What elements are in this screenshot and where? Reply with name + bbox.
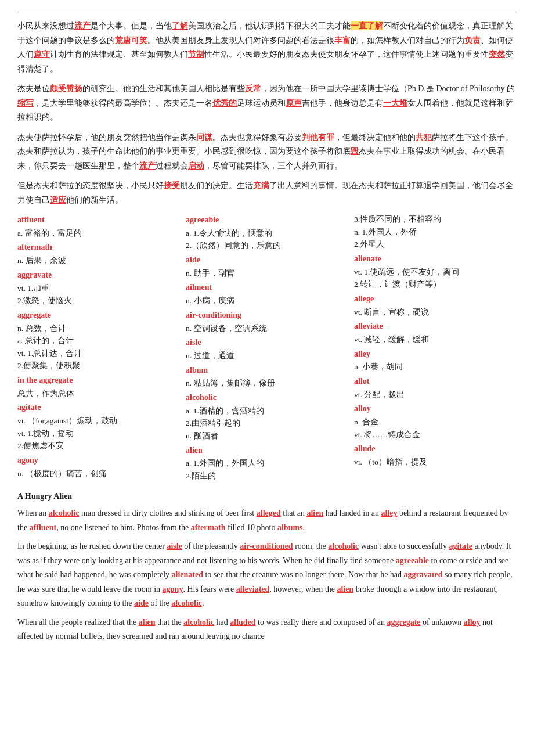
word-definition: n. 空调设备，空调系统 — [186, 322, 348, 335]
word-english: ailment — [186, 280, 348, 294]
word-entry: aggregaten. 总数，合计a. 总计的，合计vt. 1.总计达，合计2.… — [17, 308, 180, 372]
word-columns: affluenta. 富裕的，富足的aftermathn. 后果，余波aggra… — [17, 213, 517, 484]
word-english: aggravate — [17, 268, 180, 282]
word-definition: a. 总计的，合计 — [17, 334, 180, 347]
word-english: allude — [354, 442, 517, 456]
word-definition: vi. （to）暗指，提及 — [354, 456, 517, 469]
word-entry: aftermathn. 后果，余波 — [17, 240, 180, 267]
word-definition: 2.（欣然）同意的，乐意的 — [186, 239, 348, 252]
story-highlighted-word: alien — [306, 509, 323, 517]
story-section: A Hungry AlienWhen an alcoholic man dres… — [17, 489, 517, 644]
highlighted-text: 同谋 — [196, 133, 212, 142]
chinese-paragraph: 但是杰夫和萨拉的态度很坚决，小民只好接受朋友们的决定。生活充满了出人意料的事情。… — [17, 179, 517, 207]
word-definition: n. 小巷，胡同 — [354, 361, 517, 373]
word-english: alien — [186, 444, 348, 458]
word-english: air-conditioning — [186, 308, 348, 322]
word-entry: aislen. 过道，通道 — [186, 336, 348, 362]
highlighted-text: 反常 — [245, 84, 261, 93]
chinese-paragraphs: 小民从来没想过流产是个大事。但是，当他了解美国政治之后，他认识到得下很大的工夫才… — [17, 19, 517, 207]
highlighted-text: 荒唐可笑 — [115, 36, 147, 45]
word-english: alcoholic — [186, 391, 348, 405]
highlighted-text: 优秀的 — [212, 99, 237, 107]
word-definition: 2.使焦虑不安 — [17, 440, 180, 452]
highlighted-text: 启动 — [188, 161, 204, 170]
highlighted-text: 一直了解 — [351, 21, 383, 30]
top-divider — [17, 12, 517, 12]
word-entry: albumn. 粘贴簿，集邮簿，像册 — [186, 363, 348, 390]
chinese-paragraph: 杰夫是位颇受赞扬的研究生。他的生活和其他美国人相比是有些反常，因为他在一所中国大… — [17, 82, 517, 125]
story-highlighted-word: alien — [139, 618, 156, 627]
word-definition: vt. 1.加重 — [17, 282, 180, 295]
word-definition: vt. 断言，宣称，硬说 — [354, 306, 517, 319]
word-entry: allotvt. 分配，拨出 — [354, 375, 517, 401]
highlighted-text: 节制 — [188, 50, 204, 59]
word-column: 3.性质不同的，不相容的n. 1.外国人，外侨2.外星人alienatevt. … — [354, 213, 517, 484]
story-highlighted-word: alloy — [464, 618, 481, 627]
highlighted-text: 流产 — [74, 21, 91, 30]
word-english: alloy — [354, 402, 517, 416]
highlighted-text: 毁 — [351, 147, 359, 156]
story-highlighted-word: alienated — [172, 570, 203, 579]
word-entry: in the aggregate总共，作为总体 — [17, 373, 180, 399]
highlighted-text: 丰富 — [334, 36, 351, 45]
story-highlighted-word: alcoholic — [49, 509, 80, 517]
word-definition: vt. 1.总计达，合计 — [17, 347, 180, 360]
word-entry: aliena. 1.外国的，外国人的2.陌生的 — [186, 444, 348, 483]
word-english: album — [186, 363, 348, 377]
story-highlighted-word: affluent — [30, 523, 57, 532]
word-definition: vt. 分配，拨出 — [354, 388, 517, 401]
story-title: A Hungry Alien — [17, 489, 517, 503]
word-entry: alienatevt. 1.使疏远，使不友好，离间2.转让，让渡（财产等） — [354, 252, 517, 291]
word-definition: n. 助手，副官 — [186, 267, 348, 280]
word-english: alley — [354, 347, 517, 361]
word-english: aftermath — [17, 240, 180, 254]
word-definition: vt. 1.搅动，摇动 — [17, 427, 180, 440]
word-grid: affluenta. 富裕的，富足的aftermathn. 后果，余波aggra… — [17, 213, 517, 484]
word-english: aisle — [186, 336, 348, 350]
word-definition: vt. 1.使疏远，使不友好，离间 — [354, 266, 517, 279]
word-definition: n. 过道，通道 — [186, 350, 348, 362]
story-highlighted-word: aggravated — [404, 570, 443, 579]
story-highlighted-word: alley — [381, 509, 397, 517]
highlighted-text: 接受 — [164, 181, 180, 190]
word-english: agreeable — [186, 213, 348, 227]
word-definition: 2.由酒精引起的 — [186, 417, 348, 430]
word-entry: alleviatevt. 减轻，缓解，缓和 — [354, 319, 517, 345]
word-entry: allegevt. 断言，宣称，硬说 — [354, 292, 517, 318]
word-definition: vi. （for,against）煽动，鼓动 — [17, 415, 180, 427]
story-highlighted-word: alluded — [230, 618, 255, 627]
word-entry: alleyn. 小巷，胡同 — [354, 347, 517, 373]
word-definition: a. 富裕的，富足的 — [17, 227, 180, 240]
word-column: agreeablea. 1.令人愉快的，惬意的2.（欣然）同意的，乐意的aide… — [186, 213, 348, 484]
highlighted-text: 遵守 — [34, 50, 50, 59]
highlighted-text: 一大堆 — [383, 99, 407, 107]
word-definition: n. 粘贴簿，集邮簿，像册 — [186, 377, 348, 390]
word-definition: 2.转让，让渡（财产等） — [354, 278, 517, 291]
word-definition: n. 酗酒者 — [186, 430, 348, 442]
word-entry: alcoholica. 1.酒精的，含酒精的2.由酒精引起的n. 酗酒者 — [186, 391, 348, 442]
story-highlighted-word: alcoholic — [171, 599, 202, 607]
highlighted-text: 判他有罪 — [302, 133, 334, 142]
story-highlighted-word: agony — [163, 585, 183, 593]
story-highlighted-word: alcoholic — [183, 618, 214, 627]
word-english: agitate — [17, 401, 180, 415]
word-english: alleviate — [354, 319, 517, 333]
story-paragraph: When an alcoholic man dressed in dirty c… — [17, 506, 517, 535]
word-entry: alludevi. （to）暗指，提及 — [354, 442, 517, 468]
word-definition: 2.陌生的 — [186, 470, 348, 483]
word-english: allot — [354, 375, 517, 388]
word-definition: vt. 将……铸成合金 — [354, 429, 517, 441]
word-entry: alloyn. 合金vt. 将……铸成合金 — [354, 402, 517, 441]
highlighted-text: 颇受赞扬 — [50, 84, 82, 93]
highlighted-text: 共犯 — [416, 133, 432, 142]
word-definition: a. 1.外国的，外国人的 — [186, 457, 348, 470]
highlighted-text: 流产 — [139, 161, 156, 170]
word-english: in the aggregate — [17, 373, 180, 387]
word-definition: n. （极度的）痛苦，创痛 — [17, 467, 180, 480]
story-highlighted-word: alleviated — [236, 585, 270, 593]
word-definition: n. 合金 — [354, 416, 517, 429]
word-entry: aiden. 助手，副官 — [186, 253, 348, 279]
word-english: alienate — [354, 252, 517, 266]
story-paragraph: When all the people realized that the al… — [17, 615, 517, 644]
word-definition: vt. 减轻，缓解，缓和 — [354, 333, 517, 346]
